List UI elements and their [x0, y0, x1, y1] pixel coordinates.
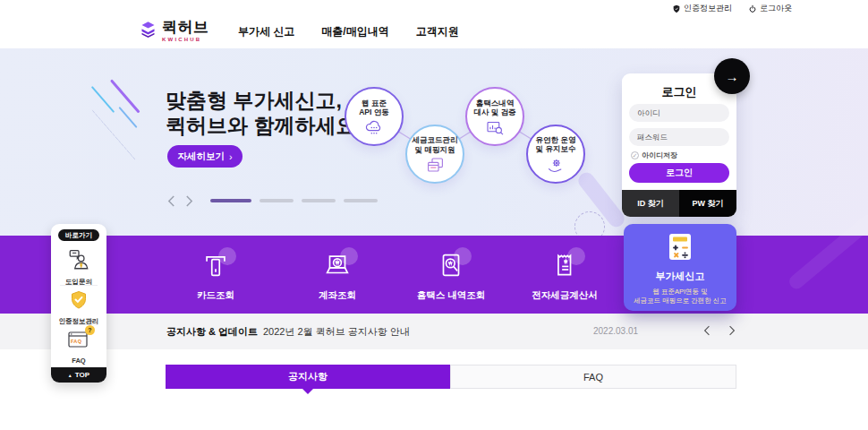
service-label: 계좌조회: [319, 289, 356, 302]
service-account-inquiry[interactable]: 계좌조회: [284, 250, 391, 302]
scroll-to-top-button[interactable]: ▲ TOP: [51, 367, 106, 383]
service-label: 홈택스 내역조회: [417, 289, 485, 302]
feature-flexible-ops: 유연한 운영및 유지보수: [526, 125, 585, 184]
hero-title-line2: 퀵허브와 함께하세요!: [166, 113, 363, 138]
login-password-input[interactable]: [629, 128, 729, 146]
remember-id-label: 아이디저장: [642, 150, 677, 160]
carousel-next-button[interactable]: [185, 194, 196, 207]
divider: [60, 285, 98, 286]
carousel-dot[interactable]: [344, 199, 378, 202]
nav-item-sales-purchases[interactable]: 매출/매입내역: [321, 24, 388, 39]
hero-next-arrow-button[interactable]: →: [714, 58, 750, 94]
top-label: TOP: [75, 371, 89, 379]
logo-text: 퀵허브: [162, 20, 209, 36]
notice-date: 2022.03.01: [593, 326, 638, 336]
notice-strip: 공지사항 & 업데이트 2022년 2월 퀵허브 공지사항 안내 2022.03…: [0, 314, 868, 349]
vat-report-card[interactable]: 부가세신고 웹 표준API연동 및세금코드 매핑으로 간편한 신고: [624, 224, 736, 311]
question-badge-icon: ?: [85, 325, 95, 335]
service-card-inquiry[interactable]: 카드조회: [162, 250, 269, 302]
feature-label: 세금코드관리및 매핑지원: [413, 135, 458, 154]
vat-card-description: 웹 표준API연동 및세금코드 매핑으로 간편한 신고: [634, 288, 727, 305]
logo-subtext: KWICHUB: [162, 37, 209, 42]
quickmenu-item-cert[interactable]: 인증정보관리: [51, 289, 106, 326]
service-label: 전자세금계산서: [532, 289, 598, 302]
logo[interactable]: 퀵허브 KWICHUB: [139, 20, 209, 43]
carousel-dot[interactable]: [260, 199, 294, 202]
learn-more-button[interactable]: 자세히보기 ›: [167, 145, 243, 168]
quick-menu-title: 바로가기: [58, 229, 99, 241]
tab-notice[interactable]: 공지사항: [166, 365, 450, 389]
arrow-right-icon: →: [726, 69, 739, 84]
services-band: 카드조회 계좌조회 홈택스 내역조회 전: [0, 236, 868, 314]
icon-halo: [340, 247, 358, 265]
quickmenu-item-label: FAQ: [72, 357, 85, 365]
bottom-tabs: 공지사항 FAQ: [166, 365, 736, 389]
hero-banner: 맞춤형 부가세신고, 퀵허브와 함께하세요! 자세히보기 ›: [0, 48, 868, 236]
service-hometax-history[interactable]: 홈택스 내역조회: [397, 250, 505, 302]
find-id-button[interactable]: ID 찾기: [622, 190, 679, 217]
notice-pager: [699, 322, 740, 340]
service-e-tax-invoice[interactable]: 전자세금계산서: [511, 250, 618, 302]
notice-next-button[interactable]: [724, 322, 740, 340]
check-circle-icon: ✓: [631, 151, 639, 159]
chart-magnifier-icon: [486, 119, 505, 135]
quick-menu: 바로가기 도입문의 인증정보관리 FAQ ? FAQ ▲ TOP: [51, 224, 106, 383]
tax-code-windows-icon: [426, 156, 445, 173]
feature-hometax-verify: 홈택스내역대사 및 검증: [465, 87, 524, 146]
remember-id-checkbox[interactable]: ✓ 아이디저장: [631, 150, 677, 160]
feature-label: 홈택스내역대사 및 검증: [473, 99, 515, 117]
find-account-bar: ID 찾기 PW 찾기: [622, 190, 736, 217]
find-pw-button[interactable]: PW 찾기: [679, 190, 736, 217]
feature-label: 웹 표준API 연동: [359, 99, 389, 117]
logout-link[interactable]: 로그아웃: [748, 3, 792, 14]
learn-more-label: 자세히보기: [177, 150, 225, 163]
carousel-prev-button[interactable]: [167, 194, 178, 207]
service-label: 카드조회: [197, 289, 234, 302]
vat-card-title: 부가세신고: [656, 270, 705, 283]
hero-carousel-controls: [167, 194, 378, 207]
triangle-up-icon: ▲: [68, 373, 72, 378]
faq-window-icon: FAQ ?: [67, 329, 90, 354]
hero-title-line1: 맞춤형 부가세신고,: [166, 88, 363, 113]
nav-item-support[interactable]: 고객지원: [416, 24, 459, 39]
nav-item-vat-report[interactable]: 부가세 신고: [238, 24, 294, 39]
carousel-indicators: [210, 199, 378, 202]
power-icon: [748, 4, 757, 13]
feature-label: 유연한 운영및 유지보수: [536, 135, 576, 154]
consult-person-icon: [67, 248, 90, 275]
logout-label: 로그아웃: [760, 3, 792, 14]
icon-halo: [218, 247, 236, 265]
tab-faq[interactable]: FAQ: [450, 365, 736, 389]
tab-pointer: [302, 389, 313, 394]
deco-line: [110, 79, 140, 113]
deco-line: [91, 86, 115, 113]
hero-title: 맞춤형 부가세신고, 퀵허브와 함께하세요!: [166, 88, 363, 138]
page: 인증정보관리 로그아웃 퀵허브 KWICHUB 부가세 신고 매출/매입내역 고…: [0, 0, 868, 430]
feature-web-api: 웹 표준API 연동: [345, 87, 404, 146]
carousel-dot-active[interactable]: [210, 199, 251, 202]
faq-icon-text: FAQ: [71, 339, 81, 344]
chevron-right-icon: ›: [229, 151, 233, 162]
header: 퀵허브 KWICHUB 부가세 신고 매출/매입내역 고객지원: [0, 14, 868, 48]
login-id-input[interactable]: [629, 104, 729, 122]
calculator-icon: [668, 233, 692, 264]
main-nav: 부가세 신고 매출/매입내역 고객지원: [238, 24, 459, 39]
shield-icon: [672, 4, 681, 13]
icon-halo: [567, 247, 585, 265]
notice-prev-button[interactable]: [699, 322, 715, 340]
notice-item-title[interactable]: 2022년 2월 퀵허브 공지사항 안내: [263, 325, 410, 339]
tab-notice-label: 공지사항: [288, 370, 328, 383]
cloud-api-icon: [364, 119, 384, 135]
login-button[interactable]: 로그인: [629, 163, 729, 183]
quickmenu-item-faq[interactable]: FAQ ? FAQ: [51, 329, 106, 365]
quickmenu-item-inquiry[interactable]: 도입문의: [51, 248, 106, 287]
carousel-dot[interactable]: [302, 199, 336, 202]
gear-hand-icon: [547, 156, 565, 174]
logo-layers-icon: [139, 20, 157, 43]
yellow-shield-icon: [68, 289, 89, 314]
deco-line: [118, 107, 137, 128]
feature-tax-code: 세금코드관리및 매핑지원: [405, 125, 464, 184]
cert-info-label: 인증정보관리: [684, 3, 732, 14]
cert-info-link[interactable]: 인증정보관리: [672, 3, 732, 14]
login-panel: 로그인 ✓ 아이디저장 로그인 ID 찾기 PW 찾기: [622, 73, 736, 217]
